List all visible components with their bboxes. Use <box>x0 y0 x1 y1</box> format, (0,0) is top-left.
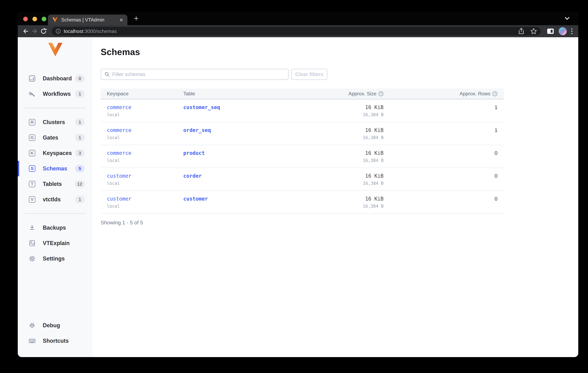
table-link[interactable]: customer_seq <box>183 104 329 110</box>
side-panel-icon[interactable] <box>547 28 554 35</box>
sidebar-item-label: Workflows <box>43 91 71 97</box>
tablet-letter-icon: T <box>29 181 35 187</box>
count-badge: 1 <box>75 134 85 141</box>
browser-tab[interactable]: Schemas | VTAdmin × <box>48 14 127 25</box>
keyspace-link[interactable]: commerce <box>107 104 183 110</box>
sidebar-item-dashboard[interactable]: Dashboard 0 <box>18 71 93 86</box>
sidebar-item-vtctlds[interactable]: V vtctlds 1 <box>18 192 93 207</box>
help-icon[interactable]: ? <box>492 91 497 96</box>
sidebar-item-vtexplain[interactable]: VTExplain <box>18 235 93 251</box>
table-link[interactable]: order_seq <box>183 127 329 133</box>
sidebar-item-shortcuts[interactable]: Shortcuts <box>18 333 93 349</box>
reload-button[interactable] <box>39 28 48 35</box>
size-bytes: 16,384 B <box>329 204 384 209</box>
svg-text:?: ? <box>494 92 496 96</box>
search-icon <box>105 72 110 77</box>
sidebar-item-label: Dashboard <box>43 75 72 82</box>
table-row: commercelocal order_seq 16 KiB16,384 B 1 <box>101 122 504 145</box>
share-icon[interactable] <box>518 28 524 35</box>
sidebar-item-backups[interactable]: Backups <box>18 220 93 235</box>
sidebar-item-label: Backups <box>43 225 66 231</box>
keyboard-icon <box>29 337 36 344</box>
table-link[interactable]: customer <box>183 196 329 202</box>
filter-input-wrap <box>101 69 289 80</box>
approx-size: 16 KiB <box>329 104 384 110</box>
sidebar-item-label: Shortcuts <box>43 338 69 344</box>
count-badge: 0 <box>75 75 85 82</box>
sidebar-item-gates[interactable]: G Gates 1 <box>18 130 93 145</box>
gate-letter-icon: G <box>29 134 35 141</box>
column-header-table: Table <box>183 91 329 97</box>
sidebar-item-schemas[interactable]: S Schemas 5 <box>18 161 93 176</box>
schema-letter-icon: S <box>29 165 35 172</box>
site-info-icon[interactable] <box>55 28 61 34</box>
approx-rows: 0 <box>384 196 497 202</box>
sidebar-item-label: Gates <box>43 134 58 141</box>
size-bytes: 16,384 B <box>329 135 384 140</box>
vitess-favicon-icon <box>52 17 58 22</box>
approx-rows: 1 <box>384 127 497 133</box>
clear-filters-button[interactable]: Clear filters <box>291 69 327 80</box>
tab-strip: Schemas | VTAdmin × + <box>18 12 578 25</box>
sidebar-item-keyspaces[interactable]: K Keyspaces 3 <box>18 145 93 161</box>
cluster-label: local <box>107 112 183 117</box>
keyspace-link[interactable]: commerce <box>107 150 183 156</box>
sidebar-item-settings[interactable]: Settings <box>18 251 93 266</box>
filter-schemas-input[interactable] <box>112 71 285 77</box>
count-badge: 3 <box>75 149 85 157</box>
tab-search-chevron-icon[interactable] <box>564 16 570 21</box>
page-title: Schemas <box>101 46 578 57</box>
browser-menu-icon[interactable] <box>571 28 572 34</box>
main-content: Schemas Clear filters Keyspace Table App <box>93 37 578 357</box>
gear-icon <box>29 255 36 262</box>
schemas-table: Keyspace Table Approx. Size ? Approx. Ro… <box>101 88 504 226</box>
sidebar-item-clusters[interactable]: R Clusters 1 <box>18 114 93 130</box>
sidebar-divider <box>25 213 86 214</box>
keyspace-link[interactable]: commerce <box>107 127 183 133</box>
table-link[interactable]: product <box>183 150 329 156</box>
zoom-window-button[interactable] <box>42 17 46 21</box>
url-text: localhost:3000/schemas <box>64 28 117 34</box>
table-row: commercelocal product 16 KiB16,384 B 0 <box>101 145 504 168</box>
help-icon[interactable]: ? <box>378 91 384 96</box>
bookmark-star-icon[interactable] <box>530 28 537 34</box>
keyspace-letter-icon: K <box>29 150 35 156</box>
count-badge: 5 <box>75 165 85 172</box>
vitess-logo[interactable] <box>18 43 93 57</box>
table-footer-count: Showing 1 - 5 of 5 <box>101 219 504 226</box>
keyspace-link[interactable]: customer <box>107 196 183 202</box>
sidebar-item-workflows[interactable]: Workflows 1 <box>18 86 93 102</box>
table-link[interactable]: corder <box>183 173 329 179</box>
address-bar[interactable]: localhost:3000/schemas <box>52 27 541 35</box>
new-tab-button[interactable]: + <box>134 13 138 24</box>
sidebar-item-label: VTExplain <box>43 240 70 246</box>
sidebar: Dashboard 0 Workflows 1 R Clusters 1 <box>18 37 93 357</box>
sidebar-item-label: vtctlds <box>43 196 61 203</box>
tab-close-icon[interactable]: × <box>119 17 123 23</box>
count-badge: 1 <box>75 196 85 203</box>
sidebar-divider <box>25 108 86 108</box>
size-bytes: 16,384 B <box>329 158 384 163</box>
sidebar-item-tablets[interactable]: T Tablets 12 <box>18 176 93 192</box>
sidebar-item-label: Clusters <box>43 119 65 125</box>
keyspace-link[interactable]: customer <box>107 173 183 179</box>
approx-rows: 0 <box>384 150 497 156</box>
close-window-button[interactable] <box>23 17 28 21</box>
count-badge: 1 <box>75 90 85 98</box>
traffic-lights <box>23 17 46 21</box>
column-header-keyspace: Keyspace <box>107 91 183 97</box>
forward-button[interactable] <box>30 28 39 35</box>
download-icon <box>29 224 36 231</box>
approx-size: 16 KiB <box>329 150 384 156</box>
vtctld-letter-icon: V <box>29 196 35 203</box>
minimize-window-button[interactable] <box>32 17 37 21</box>
table-row: customerlocal corder 16 KiB16,384 B 0 <box>101 168 504 191</box>
approx-size: 16 KiB <box>329 127 384 133</box>
profile-avatar[interactable] <box>559 27 567 35</box>
sidebar-item-debug[interactable]: Debug <box>18 318 93 333</box>
column-header-size: Approx. Size ? <box>329 91 384 97</box>
back-button[interactable] <box>21 28 30 35</box>
column-header-rows: Approx. Rows ? <box>384 91 497 97</box>
browser-toolbar: localhost:3000/schemas <box>18 25 578 37</box>
table-row: commercelocal customer_seq 16 KiB16,384 … <box>101 99 504 122</box>
